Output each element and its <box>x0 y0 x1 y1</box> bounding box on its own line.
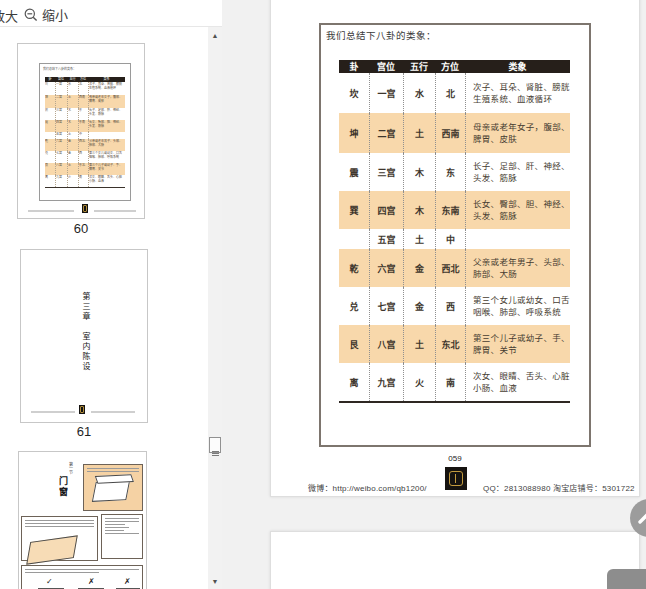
footer-qq-taobao: QQ：2813088980 淘宝店铺号：5301722 <box>483 482 635 493</box>
bagua-table-rows: 坎一宫水北次子、耳朵、肾脏、膀胱生殖系统、血液循环坤二宫土西南母亲或老年女子，腹… <box>339 73 570 401</box>
header-leixiang: 类象 <box>465 60 570 73</box>
thumbnail-page-62[interactable]: 第一节 门窗 ✓ ✗ ✗ <box>18 451 147 589</box>
thumbnail-page-61[interactable]: 第三章 室内陈设 <box>20 249 148 423</box>
mini-table-row: 震三宫木东长子、足部、肝、神经、 头发、筋脉 <box>45 108 125 120</box>
sidebar-scrollbar-track[interactable] <box>208 27 222 589</box>
mini-table-row: 艮八宫土东北第三个儿子或幼子、手、 脾胃、关节 <box>45 163 125 175</box>
thumb-61-footer-line <box>91 411 135 413</box>
mini-table-row: 坎一宫水北次子、耳朵、肾脏、膀胱 生殖系统、血液循环 <box>45 82 125 95</box>
page-number: 059 <box>271 454 639 463</box>
publisher-logo <box>445 467 467 490</box>
zoom-out-button[interactable]: 缩小 <box>24 5 68 24</box>
x-mark-icon: ✗ <box>124 577 131 586</box>
thumb-60-content-box: 我们总结下八卦的类象： 卦宫位五行方位类象 坎一宫水北次子、耳朵、肾脏、膀胱 生… <box>39 63 131 201</box>
thumb-62-panel-floorplan <box>21 516 98 561</box>
zoom-out-label: 缩小 <box>42 5 68 24</box>
table-row: 艮八宫土东北第三个儿子或幼子、手、脾胃、关节 <box>339 325 570 363</box>
check-mark-icon: ✓ <box>46 577 53 586</box>
mini-table-row: 五宫土中 <box>45 132 125 139</box>
scroll-down-button[interactable]: ▼ <box>208 574 222 589</box>
header-fangwei: 方位 <box>435 60 465 73</box>
ebook-viewer: 放大 缩小 我们总结下八卦的类象： 卦宫位五行方位类象 坎一宫水北次子、耳朵、 <box>0 0 646 589</box>
zoom-in-button[interactable]: 放大 <box>0 6 18 25</box>
table-row: 离九宫火南次女、眼睛、舌头、心脏小肠、血液 <box>339 363 570 401</box>
thumb-61-logo <box>79 405 85 414</box>
thumbnail-page-60[interactable]: 我们总结下八卦的类象： 卦宫位五行方位类象 坎一宫水北次子、耳朵、肾脏、膀胱 生… <box>17 43 145 219</box>
thumb-62-section-label: 第一节 <box>67 462 73 474</box>
thumb-60-logo <box>82 204 88 213</box>
footer-weibo: 微博：http://weibo.com/qb1200/ <box>308 482 427 493</box>
thumb-60-mini-rows: 坎一宫水北次子、耳朵、肾脏、膀胱 生殖系统、血液循环坤二宫土西南母亲或老年女子，… <box>45 82 125 187</box>
thumb-62-panel-examples: ✓ ✗ ✗ <box>21 565 143 589</box>
table-row: 乾六宫金西北父亲或老年男子、头部、肺部、大肠 <box>339 249 570 287</box>
magnifier-minus-icon <box>24 8 38 22</box>
table-row: 巽四宫木东南长女、臀部、胆、神经、头发、筋脉 <box>339 191 570 229</box>
thumb-61-label: 61 <box>20 424 148 439</box>
thumb-62-section-title: 门窗 <box>57 476 70 498</box>
bagua-table: 卦 宫位 五行 方位 类象 坎一宫水北次子、耳朵、肾脏、膀胱生殖系统、血液循环坤… <box>339 60 570 403</box>
thumb-62-panel-house <box>83 464 143 511</box>
thumb-60-footer-line <box>94 210 136 212</box>
mini-table-row: 坤二宫土西南母亲或老年女子，腹部、 脾胃、皮肤 <box>45 95 125 108</box>
back-to-top-button[interactable] <box>630 499 646 537</box>
document-page-60 <box>270 531 640 589</box>
x-mark-icon: ✗ <box>88 577 95 586</box>
table-row: 坎一宫水北次子、耳朵、肾脏、膀胱生殖系统、血液循环 <box>339 73 570 113</box>
thumbnail-sidebar: 放大 缩小 我们总结下八卦的类象： 卦宫位五行方位类象 坎一宫水北次子、耳朵、 <box>0 0 222 589</box>
corner-panel[interactable] <box>607 569 646 589</box>
bagua-content-box: 我们总结下八卦的类象： 卦 宫位 五行 方位 类象 坎一宫水北次子、耳朵、肾脏、… <box>319 23 591 447</box>
mini-table-row: 乾六宫金西北父亲或老年男子、头部、 肺部、大肠 <box>45 139 125 151</box>
document-page-59: 我们总结下八卦的类象： 卦 宫位 五行 方位 类象 坎一宫水北次子、耳朵、肾脏、… <box>270 0 640 497</box>
house-box-drawing <box>92 480 130 502</box>
sidebar-toolbar: 放大 缩小 <box>0 0 222 27</box>
chevron-up-icon <box>630 499 646 537</box>
header-gua: 卦 <box>339 60 369 73</box>
grip-lines-icon <box>212 451 219 452</box>
thumb-60-label: 60 <box>17 221 145 236</box>
thumb-60-footer-line <box>28 210 74 212</box>
table-row: 震三宫木东长子、足部、肝、神经、头发、筋脉 <box>339 153 570 191</box>
scroll-up-button[interactable]: ▲ <box>208 28 222 43</box>
header-gongwei: 宫位 <box>369 60 403 73</box>
intro-text: 我们总结下八卦的类象： <box>326 28 436 42</box>
table-row: 五宫土中 <box>339 229 570 249</box>
bagua-table-header: 卦 宫位 五行 方位 类象 <box>339 60 570 73</box>
mini-table-row: 离九宫火南次女、眼睛、舌头、心脏 小肠、血液 <box>45 175 125 187</box>
thumb-62-panel-text <box>101 514 143 559</box>
mini-table-row: 巽四宫木东南长女、臀部、胆、神经、 头发、筋脉 <box>45 120 125 132</box>
table-row: 兑七宫金西第三个女儿或幼女、口舌咽喉、肺部、呼吸系统 <box>339 287 570 325</box>
header-wuxing: 五行 <box>403 60 435 73</box>
thumb-61-footer-line <box>31 411 75 413</box>
table-row: 坤二宫土西南母亲或老年女子，腹部、脾胃、皮肤 <box>339 113 570 153</box>
document-view: 我们总结下八卦的类象： 卦 宫位 五行 方位 类象 坎一宫水北次子、耳朵、肾脏、… <box>222 0 646 589</box>
thumb-61-chapter-title: 第三章 室内陈设 <box>80 292 91 372</box>
floorplan-drawing <box>26 535 78 564</box>
sidebar-scrollbar-thumb[interactable] <box>209 437 221 453</box>
mini-table-row: 兑七宫金西第三个女儿或幼女、口舌 咽喉、肺部、呼吸系统 <box>45 151 125 163</box>
thumb-60-intro: 我们总结下八卦的类象： <box>43 67 76 71</box>
thumb-60-mini-table: 卦宫位五行方位类象 坎一宫水北次子、耳朵、肾脏、膀胱 生殖系统、血液循环坤二宫土… <box>45 77 125 188</box>
